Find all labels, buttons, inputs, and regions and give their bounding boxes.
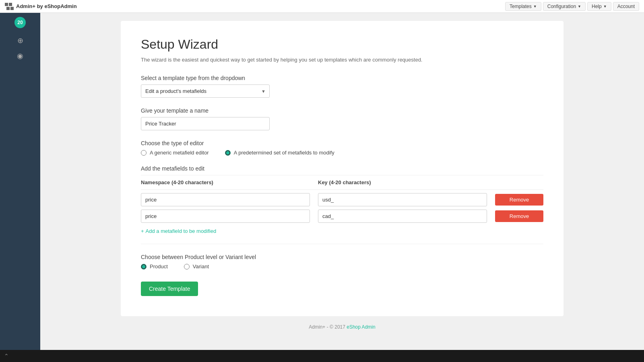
logo-text: Admin+ by eShopAdmin <box>16 3 77 9</box>
generic-editor-label: A generic metafield editor <box>150 150 209 156</box>
templates-arrow-icon: ▼ <box>533 4 537 8</box>
sidebar: 20 ⊕ ◉ <box>0 13 40 350</box>
page-title: Setup Wizard <box>141 37 543 52</box>
add-metafield-label: Add a metafield to be modified <box>146 228 217 234</box>
namespace-col-header: Namespace (4-20 characters) <box>141 179 310 185</box>
editor-radio-group: A generic metafield editor A predetermin… <box>141 150 543 156</box>
template-type-select[interactable]: Edit a product's metafields Edit a varia… <box>141 84 270 98</box>
action-col-header <box>495 179 543 185</box>
footer-link[interactable]: eShop Admin <box>347 324 375 330</box>
level-radio-group: Product Variant <box>141 263 543 269</box>
account-btn[interactable]: Account <box>613 2 639 11</box>
metafields-label: Add the metafields to edit <box>141 165 543 172</box>
add-metafield-link[interactable]: + Add a metafield to be modified <box>141 228 216 234</box>
template-name-input[interactable] <box>141 117 270 130</box>
predetermined-editor-label: A predetermined set of metafields to mod… <box>234 150 334 156</box>
editor-type-section: Choose the type of editor A generic meta… <box>141 140 543 156</box>
footer-text: Admin+ - © 2017 <box>309 324 347 330</box>
templates-btn[interactable]: Templates ▼ <box>505 2 541 11</box>
variant-label: Variant <box>193 263 209 269</box>
template-type-dropdown-wrapper: Edit a product's metafields Edit a varia… <box>141 84 270 98</box>
metafields-table-header: Namespace (4-20 characters) Key (4-20 ch… <box>141 175 543 190</box>
metafields-section: Add the metafields to edit Namespace (4-… <box>141 165 543 234</box>
help-arrow-icon: ▼ <box>603 4 607 8</box>
key-input-1[interactable] <box>318 193 487 206</box>
metafield-row-1: Remove <box>141 193 543 206</box>
predetermined-editor-option[interactable]: A predetermined set of metafields to mod… <box>225 150 334 156</box>
logo-icon <box>5 3 14 10</box>
namespace-input-1[interactable] <box>141 193 310 206</box>
level-section: Choose between Product level or Variant … <box>141 254 543 269</box>
select-label: Select a template type from the dropdown <box>141 75 543 81</box>
footer: Admin+ - © 2017 eShop Admin <box>48 316 636 338</box>
chevron-up-icon[interactable]: ⌃ <box>4 353 9 359</box>
variant-level-option[interactable]: Variant <box>184 263 209 269</box>
predetermined-editor-radio[interactable] <box>225 150 231 156</box>
bottom-bar: ⌃ <box>0 350 644 362</box>
sidebar-badge: 20 <box>14 17 26 28</box>
metafield-row-2: Remove <box>141 210 543 223</box>
configuration-btn[interactable]: Configuration ▼ <box>543 2 586 11</box>
variant-radio[interactable] <box>184 264 190 269</box>
help-btn[interactable]: Help ▼ <box>587 2 611 11</box>
template-name-label: Give your template a name <box>141 107 543 114</box>
product-level-option[interactable]: Product <box>141 263 168 269</box>
add-icon[interactable]: ⊕ <box>17 36 23 45</box>
generic-editor-radio[interactable] <box>141 150 147 156</box>
config-arrow-icon: ▼ <box>578 4 581 8</box>
remove-btn-1[interactable]: Remove <box>495 194 543 206</box>
product-radio[interactable] <box>141 264 147 269</box>
create-btn-wrapper: Create Template <box>141 282 543 296</box>
template-name-section: Give your template a name <box>141 107 543 130</box>
page-description: The wizard is the easiest and quickest w… <box>141 57 543 63</box>
top-nav: Admin+ by eShopAdmin Templates ▼ Configu… <box>0 0 644 13</box>
add-metafield-wrapper: + Add a metafield to be modified <box>141 228 543 234</box>
create-template-btn[interactable]: Create Template <box>141 282 198 296</box>
template-type-section: Select a template type from the dropdown… <box>141 75 543 98</box>
key-input-2[interactable] <box>318 210 487 223</box>
plus-icon: + <box>141 228 144 234</box>
logo: Admin+ by eShopAdmin <box>5 3 77 10</box>
editor-type-label: Choose the type of editor <box>141 140 543 146</box>
key-col-header: Key (4-20 characters) <box>318 179 487 185</box>
nav-buttons: Templates ▼ Configuration ▼ Help ▼ Accou… <box>505 2 639 11</box>
level-label: Choose between Product level or Variant … <box>141 254 543 260</box>
content-card: Setup Wizard The wizard is the easiest a… <box>121 21 564 316</box>
divider <box>141 244 543 244</box>
namespace-input-2[interactable] <box>141 210 310 223</box>
remove-btn-2[interactable]: Remove <box>495 210 543 222</box>
main-area: Setup Wizard The wizard is the easiest a… <box>40 13 644 350</box>
product-label: Product <box>150 263 168 269</box>
eye-icon[interactable]: ◉ <box>17 51 23 60</box>
generic-editor-option[interactable]: A generic metafield editor <box>141 150 209 156</box>
